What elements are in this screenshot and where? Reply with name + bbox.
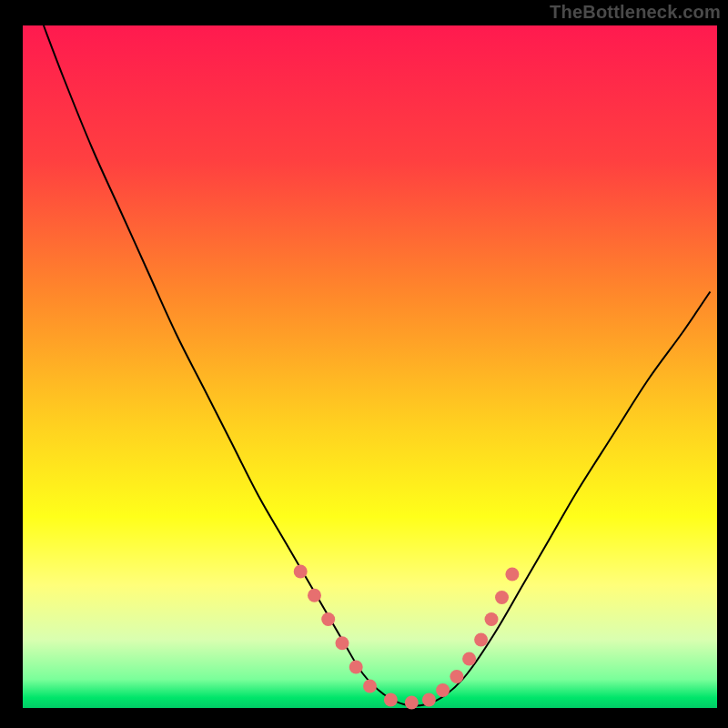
highlight-dot	[321, 612, 335, 626]
bottleneck-chart: TheBottleneck.com	[0, 0, 728, 728]
highlight-dot	[474, 633, 488, 647]
chart-svg	[0, 0, 728, 728]
highlight-dot	[495, 591, 509, 604]
highlight-dot	[450, 670, 463, 683]
highlight-dot	[349, 661, 363, 674]
highlight-dot	[405, 696, 419, 710]
highlight-dot	[363, 680, 377, 693]
highlight-dot	[384, 693, 398, 707]
highlight-dot	[308, 589, 321, 602]
highlight-dot	[462, 652, 476, 666]
watermark-text: TheBottleneck.com	[550, 2, 721, 23]
highlight-dot	[505, 568, 519, 581]
highlight-dot	[485, 612, 499, 626]
highlight-dot	[422, 693, 436, 707]
highlight-dot	[336, 636, 349, 650]
plot-area	[23, 25, 717, 708]
highlight-dot	[294, 565, 308, 579]
highlight-dot	[436, 683, 450, 697]
